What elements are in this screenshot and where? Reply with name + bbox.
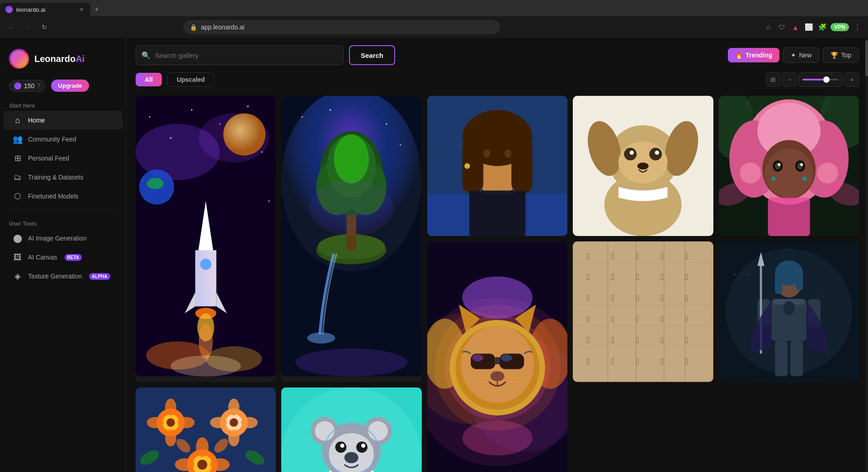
gallery-item-10[interactable]: ⊞ / <box>281 387 421 472</box>
overlay-btn-edit-2[interactable]: / <box>302 99 316 114</box>
menu-button[interactable]: ⋮ <box>852 22 863 33</box>
zoom-slider[interactable] <box>802 79 839 80</box>
overlay-btn-edit-8[interactable]: / <box>740 245 754 260</box>
sidebar-item-community-feed[interactable]: 👥 Community Feed <box>4 130 123 149</box>
gallery-item-2[interactable]: ⊞ / ⤢ <box>281 96 421 382</box>
zoom-out-button[interactable]: − <box>782 72 797 87</box>
sidebar-item-home[interactable]: ⌂ Home <box>4 111 123 130</box>
gallery-item-8[interactable]: ✦ ✧ ✦ ⌖ ⊕ <box>719 241 859 382</box>
svg-point-168 <box>783 301 794 315</box>
overlay-btn-grid-10[interactable]: ⊞ <box>285 391 299 406</box>
svg-point-32 <box>400 144 401 146</box>
address-bar-row: ← → ↻ 🔒 app.leonardo.ai ☆ 🛡 ▲ ⬜ 🧩 VPN ⋮ <box>0 16 868 38</box>
overlay-btn-edit-10[interactable]: / <box>302 391 316 406</box>
overlay-btn-edit-6[interactable]: / <box>448 245 462 260</box>
sidebar-item-training-datasets[interactable]: 🗂 Training & Datasets <box>4 168 123 187</box>
address-bar[interactable]: 🔒 app.leonardo.ai <box>184 20 500 34</box>
svg-point-188 <box>210 417 227 428</box>
maximize-button[interactable]: □ <box>848 6 854 13</box>
close-button[interactable]: ✕ <box>858 6 864 13</box>
overlay-btn-grid-3[interactable]: ⊞ <box>431 99 445 114</box>
credits-box: 150 ? <box>9 80 46 92</box>
overlay-btn-grid-8[interactable]: ⊞ <box>722 245 737 260</box>
svg-point-29 <box>302 116 303 118</box>
overlay-btn-expand-1[interactable]: ⤢ <box>174 99 188 114</box>
sidebar-item-personal-feed[interactable]: ⊞ Personal Feed <box>4 149 123 168</box>
reload-button[interactable]: ↻ <box>38 21 51 33</box>
gallery-item-1[interactable]: ⊞ / ⤢ <box>136 96 276 382</box>
overlay-btn-expand-3[interactable]: ⤢ <box>465 99 480 114</box>
overlay-btn-edit-9[interactable]: / <box>156 391 171 406</box>
svg-point-196 <box>210 458 230 471</box>
ai-canvas-beta-badge: BETA <box>65 254 82 261</box>
gallery-grid: ⊞ / ⤢ <box>136 96 859 472</box>
overlay-btn-expand-7[interactable]: ⤢ <box>594 245 608 260</box>
sidebar: LeonardoAi 150 ? Upgrade Start Here ⌂ Ho… <box>0 38 127 472</box>
extensions-button[interactable]: 🧩 <box>817 22 828 33</box>
filter-upscaled-button[interactable]: Upscaled <box>167 72 214 87</box>
svg-point-63 <box>655 151 659 155</box>
logo-avatar <box>9 49 29 69</box>
vpn-button[interactable]: VPN <box>830 23 849 31</box>
filter-all-button[interactable]: All <box>136 73 162 86</box>
overlay-btn-grid-4[interactable]: ⊞ <box>576 99 591 114</box>
overlay-btn-expand-4[interactable]: ⤢ <box>611 99 625 114</box>
svg-point-216 <box>315 421 335 440</box>
grid-view-button[interactable]: ⊞ <box>766 72 780 87</box>
trending-button[interactable]: 🔥 Trending <box>728 48 779 62</box>
overlay-btn-expand-8[interactable]: ⤢ <box>757 245 771 260</box>
top-button[interactable]: 🏆 Top <box>823 47 859 63</box>
sidebar-item-ai-canvas[interactable]: 🖼 AI Canvas BETA <box>4 248 123 267</box>
credits-help-icon[interactable]: ? <box>37 82 40 89</box>
overlay-btn-grid-2[interactable]: ⊞ <box>285 99 299 114</box>
new-button[interactable]: ✦ New <box>783 47 819 63</box>
back-button[interactable]: ← <box>5 21 18 33</box>
zoom-in-button[interactable]: + <box>844 72 859 87</box>
svg-point-98 <box>462 277 532 319</box>
overlay-btn-expand-5[interactable]: ⤢ <box>740 99 754 114</box>
extension-icon-1[interactable]: 🛡 <box>776 22 787 33</box>
search-input[interactable] <box>155 52 338 59</box>
overlay-btn-expand-2[interactable]: ⤢ <box>319 99 334 114</box>
svg-point-180 <box>165 430 176 446</box>
svg-point-50 <box>483 149 491 158</box>
sidebar-divider <box>9 211 117 212</box>
overlay-btn-edit-4[interactable]: / <box>594 99 608 114</box>
gallery-item-4[interactable]: ⊞ / ⤢ <box>573 96 713 236</box>
scrollbar-thumb[interactable] <box>865 40 868 76</box>
gallery-item-7[interactable]: 𓀀 𓂀 𓃭 𓆑 𓇌 𓈖 𓉐 𓊪 𓋴 𓌀 <box>573 241 713 382</box>
overlay-btn-grid-5[interactable]: ⊞ <box>722 99 737 114</box>
top-label: Top <box>841 52 851 59</box>
active-tab[interactable]: leonardo.ai ✕ <box>0 3 90 16</box>
gallery-scroll[interactable]: ⊞ / ⤢ <box>127 92 868 472</box>
svg-text:𓉐: 𓉐 <box>612 251 615 261</box>
sidebar-item-finetuned-models[interactable]: ⬡ Finetuned Models <box>4 187 123 206</box>
sidebar-item-texture-generation[interactable]: ◈ Texture Generation ALPHA <box>4 267 123 286</box>
svg-point-3 <box>191 109 193 110</box>
gallery-item-9[interactable]: ⊞ / ⤢ <box>136 387 276 472</box>
overlay-btn-edit-3[interactable]: / <box>448 99 462 114</box>
gallery-item-3[interactable]: ⊞ / ⤢ <box>427 96 567 236</box>
minimize-button[interactable]: − <box>838 6 844 13</box>
overlay-btn-grid-9[interactable]: ⊞ <box>139 391 154 406</box>
upgrade-button[interactable]: Upgrade <box>51 80 90 92</box>
svg-point-51 <box>505 149 512 158</box>
svg-point-42 <box>295 349 407 377</box>
overlay-btn-expand-6[interactable]: ⤢ <box>465 245 480 260</box>
search-input-wrap[interactable]: 🔍 <box>136 45 344 65</box>
sidebar-item-ai-image-generation[interactable]: ⬤ AI Image Generation <box>4 229 123 248</box>
cast-button[interactable]: ⬜ <box>803 22 814 33</box>
extension-icon-2[interactable]: ▲ <box>790 22 801 33</box>
overlay-btn-expand-9[interactable]: ⤢ <box>174 391 188 406</box>
gallery-item-6[interactable]: ⊞ / ⤢ <box>427 241 567 472</box>
overlay-btn-grid-1[interactable]: ⊞ <box>139 99 154 114</box>
gallery-item-5[interactable]: ⊞ ⤢ <box>719 96 859 236</box>
search-button[interactable]: Search <box>349 45 395 65</box>
new-tab-button[interactable]: + <box>90 3 103 16</box>
overlay-btn-edit-1[interactable]: / <box>156 99 171 114</box>
tab-close-button[interactable]: ✕ <box>78 6 85 13</box>
bookmark-button[interactable]: ☆ <box>763 22 774 33</box>
overlay-btn-grid-6[interactable]: ⊞ <box>431 245 445 260</box>
overlay-btn-grid-7[interactable]: ⊞ <box>576 245 591 260</box>
forward-button[interactable]: → <box>22 21 34 33</box>
